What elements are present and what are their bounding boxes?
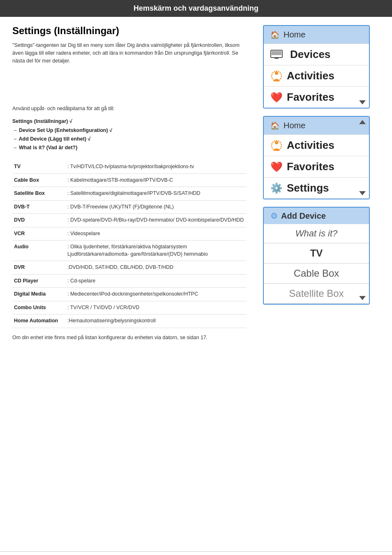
device-name-cell: Cable Box — [12, 173, 66, 187]
svg-rect-2 — [274, 58, 279, 59]
favorites-icon-2: ❤️ — [270, 161, 283, 173]
page-footer: 10 WWW.ONEFORALL.COM — [0, 551, 392, 555]
settings-menu: Settings (Inställningar) √ → Device Set … — [12, 117, 247, 152]
sidebar-item-home-1[interactable]: 🏠 Home — [264, 26, 369, 44]
table-row: Home Automation:Hemautomatisering/belysn… — [12, 314, 247, 328]
device-name-cell: DVR — [12, 261, 66, 275]
settings-menu-line2: → Device Set Up (Enhetskonfiguration) √ — [12, 127, 112, 133]
menu-panel-1: 🏠 Home Devices — [263, 25, 370, 109]
device-desc-cell: : Videospelare — [66, 227, 247, 240]
device-name-cell: Satellite Box — [12, 187, 66, 201]
activities-label-2: Activities — [287, 139, 334, 152]
table-row: Combo Units: TV/VCR / TV/DVD / VCR/DVD — [12, 301, 247, 314]
footer-note: Om din enhet inte finns med på listan ko… — [12, 335, 247, 340]
add-device-label: Add Device — [281, 211, 326, 221]
section-title: Settings (Inställningar) — [12, 25, 247, 37]
favorites-label-1: Favorites — [287, 91, 334, 104]
table-row: VCR: Videospelare — [12, 227, 247, 240]
device-panel-satellite-box[interactable]: Satellite Box — [264, 284, 369, 304]
scroll-down-arrow-3[interactable] — [359, 296, 366, 300]
device-panel: ⚙ Add Device What is it? TV Cable Box Sa… — [263, 207, 370, 305]
sidebar-item-activities-1[interactable]: Activities — [264, 65, 369, 87]
settings-menu-line4: → What is it? (Vad är det?) — [12, 145, 77, 150]
device-name-cell: VCR — [12, 227, 66, 240]
activities-icon-1 — [270, 70, 283, 82]
home-icon: 🏠 — [270, 30, 279, 39]
table-row: Cable Box: Kabelmottagare/STB-mottagare/… — [12, 173, 247, 187]
svg-point-5 — [275, 141, 278, 144]
svg-point-3 — [275, 72, 278, 75]
device-panel-tv[interactable]: TV — [264, 243, 369, 264]
main-content: Settings (Inställningar) "Settings"-tang… — [0, 17, 259, 543]
intro-text: "Settings"-tangenten tar Dig till en men… — [12, 42, 247, 65]
add-device-header: ⚙ Add Device — [264, 208, 369, 224]
what-is-it-label: What is it? — [295, 228, 338, 238]
favorites-label-2: Favorites — [287, 160, 334, 173]
tv-label: TV — [310, 247, 323, 259]
table-row: CD Player: Cd-spelare — [12, 274, 247, 288]
settings-icon: ⚙️ — [270, 182, 283, 194]
sidebar: 🏠 Home Devices — [259, 17, 374, 543]
device-desc-cell: : TV/VCR / TV/DVD / VCR/DVD — [66, 301, 247, 314]
sidebar-item-favorites-2[interactable]: ❤️ Favorites — [264, 156, 369, 178]
settings-menu-line3: → Add Device (Lägg till enhet) √ — [12, 136, 90, 142]
device-desc-cell: :DVD/HDD, SAT/HDD, CBL/HDD, DVB-T/HDD — [66, 261, 247, 275]
devices-icon — [270, 50, 286, 60]
device-name-cell: CD Player — [12, 274, 66, 288]
table-row: Satellite Box: Satellitmottagare/digital… — [12, 187, 247, 201]
device-desc-cell: : Kabelmottagare/STB-mottagare/IPTV/DVB-… — [66, 173, 247, 187]
favorites-icon-1: ❤️ — [270, 91, 283, 104]
activities-label-1: Activities — [287, 69, 334, 82]
device-desc-cell: : Olika ljudenheter, förstärkare/aktiva … — [66, 240, 247, 261]
sidebar-item-settings[interactable]: ⚙️ Settings — [264, 178, 369, 199]
device-panel-what-is-it[interactable]: What is it? — [264, 224, 369, 243]
sidebar-item-home-2[interactable]: 🏠 Home — [264, 117, 369, 135]
cable-box-label: Cable Box — [294, 268, 339, 279]
table-row: Digital Media: Mediecenter/iPod-dockning… — [12, 288, 247, 301]
device-name-cell: Combo Units — [12, 301, 66, 314]
scroll-up-arrow-2[interactable] — [359, 120, 366, 124]
device-name-cell: Digital Media — [12, 288, 66, 301]
settings-menu-line1: Settings (Inställningar) √ — [12, 118, 72, 124]
device-desc-cell: : Mediecenter/iPod-dockningsenheter/spel… — [66, 288, 247, 301]
table-row: DVB-T: DVB-T/Freeview (UK)/TNT (F)/Digit… — [12, 200, 247, 214]
device-desc-cell: : Cd-spelare — [66, 274, 247, 288]
sidebar-item-activities-2[interactable]: Activities — [264, 135, 369, 156]
table-row: DVD: DVD-spelare/DVD-R/Blu-ray/DVD-hemma… — [12, 214, 247, 227]
settings-label: Settings — [287, 182, 329, 194]
home-icon-2: 🏠 — [270, 121, 279, 130]
device-name-cell: Home Automation — [12, 314, 66, 328]
table-row: TV: Tv/HDTV/LCD-tv/plasma-tv/projektor/b… — [12, 160, 247, 173]
device-desc-cell: :Hemautomatisering/belysningskontroll — [66, 314, 247, 328]
device-desc-cell: : Satellitmottagare/digitalmottagare/IPT… — [66, 187, 247, 201]
nav-instruction: Använd uppåt- och nedåtpilarna för att g… — [12, 106, 247, 111]
device-name-cell: DVD — [12, 214, 66, 227]
device-desc-cell: : DVD-spelare/DVD-R/Blu-ray/DVD-hemmabio… — [66, 214, 247, 227]
device-name-cell: TV — [12, 160, 66, 173]
table-row: Audio: Olika ljudenheter, förstärkare/ak… — [12, 240, 247, 261]
header-title: Hemskärm och vardagsanvändning — [134, 4, 258, 12]
svg-rect-1 — [272, 51, 281, 55]
scroll-down-arrow-1[interactable] — [359, 100, 366, 104]
device-panel-cable-box[interactable]: Cable Box — [264, 264, 369, 284]
devices-label: Devices — [290, 48, 330, 61]
home-label-1: Home — [284, 30, 305, 39]
scroll-down-arrow-2[interactable] — [359, 191, 366, 195]
add-device-icon: ⚙ — [270, 211, 278, 221]
sidebar-item-favorites-1[interactable]: ❤️ Favorites — [264, 87, 369, 108]
menu-panel-2: 🏠 Home Activities ❤️ Favorites — [263, 116, 370, 199]
device-name-cell: DVB-T — [12, 200, 66, 214]
device-desc-cell: : DVB-T/Freeview (UK)/TNT (F)/Digitenne … — [66, 200, 247, 214]
table-row: DVR:DVD/HDD, SAT/HDD, CBL/HDD, DVB-T/HDD — [12, 261, 247, 275]
home-label-2: Home — [284, 121, 305, 130]
activities-icon-2 — [270, 139, 283, 152]
sidebar-item-devices[interactable]: Devices — [264, 44, 369, 65]
satellite-box-label: Satellite Box — [289, 288, 344, 299]
page-header: Hemskärm och vardagsanvändning — [0, 0, 392, 17]
device-desc-cell: : Tv/HDTV/LCD-tv/plasma-tv/projektor/bak… — [66, 160, 247, 173]
device-table: TV: Tv/HDTV/LCD-tv/plasma-tv/projektor/b… — [12, 160, 247, 328]
device-name-cell: Audio — [12, 240, 66, 261]
